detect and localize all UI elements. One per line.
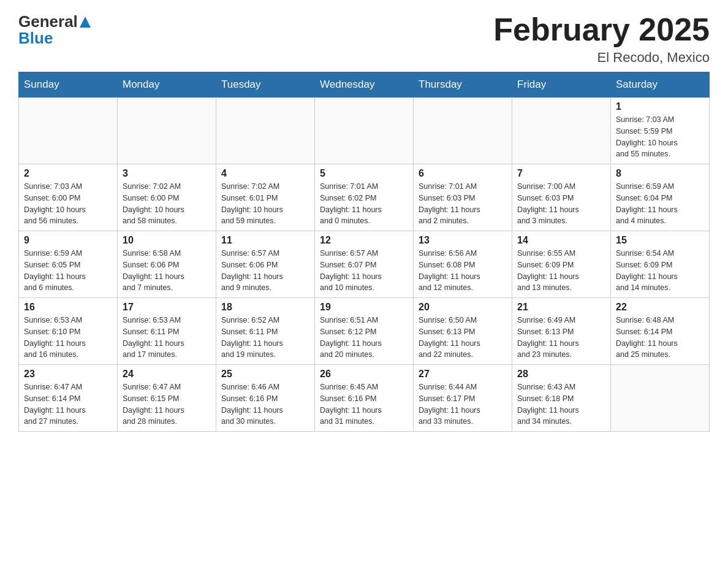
calendar-cell: 21Sunrise: 6:49 AMSunset: 6:13 PMDayligh… [512, 298, 611, 365]
day-number: 25 [221, 369, 309, 380]
day-info: Sunrise: 6:48 AMSunset: 6:14 PMDaylight:… [616, 315, 704, 361]
calendar-week-row: 23Sunrise: 6:47 AMSunset: 6:14 PMDayligh… [19, 365, 710, 432]
logo-blue-text: Blue [18, 29, 53, 48]
calendar-header-row: SundayMondayTuesdayWednesdayThursdayFrid… [19, 72, 710, 98]
calendar-day-header: Monday [118, 72, 216, 98]
day-number: 18 [221, 302, 309, 313]
calendar-day-header: Thursday [414, 72, 512, 98]
calendar-cell: 17Sunrise: 6:53 AMSunset: 6:11 PMDayligh… [118, 298, 216, 365]
calendar-cell [19, 98, 118, 164]
calendar-week-row: 1Sunrise: 7:03 AMSunset: 5:59 PMDaylight… [19, 98, 710, 164]
day-info: Sunrise: 7:03 AMSunset: 6:00 PMDaylight:… [24, 181, 112, 227]
day-info: Sunrise: 6:59 AMSunset: 6:05 PMDaylight:… [24, 248, 112, 294]
calendar-cell [512, 98, 611, 164]
day-info: Sunrise: 6:57 AMSunset: 6:07 PMDaylight:… [320, 248, 408, 294]
day-number: 19 [320, 302, 408, 313]
day-number: 5 [320, 168, 408, 179]
day-info: Sunrise: 6:46 AMSunset: 6:16 PMDaylight:… [221, 381, 309, 427]
calendar-cell: 2Sunrise: 7:03 AMSunset: 6:00 PMDaylight… [19, 164, 118, 231]
calendar-cell [611, 365, 710, 432]
day-number: 11 [221, 235, 309, 246]
day-number: 12 [320, 235, 408, 246]
calendar-cell: 19Sunrise: 6:51 AMSunset: 6:12 PMDayligh… [315, 298, 414, 365]
calendar-cell: 22Sunrise: 6:48 AMSunset: 6:14 PMDayligh… [611, 298, 710, 365]
calendar-cell: 7Sunrise: 7:00 AMSunset: 6:03 PMDaylight… [512, 164, 611, 231]
calendar-cell: 8Sunrise: 6:59 AMSunset: 6:04 PMDaylight… [611, 164, 710, 231]
page-header: General Blue February 2025 El Recodo, Me… [18, 12, 710, 66]
day-number: 23 [24, 369, 112, 380]
calendar-cell [216, 98, 315, 164]
day-info: Sunrise: 6:54 AMSunset: 6:09 PMDaylight:… [616, 248, 704, 294]
day-number: 14 [517, 235, 605, 246]
calendar-cell: 18Sunrise: 6:52 AMSunset: 6:11 PMDayligh… [216, 298, 315, 365]
day-info: Sunrise: 7:00 AMSunset: 6:03 PMDaylight:… [517, 181, 605, 227]
location: El Recodo, Mexico [493, 50, 710, 66]
day-number: 21 [517, 302, 605, 313]
calendar-day-header: Wednesday [315, 72, 414, 98]
day-number: 7 [517, 168, 605, 179]
day-number: 9 [24, 235, 112, 246]
day-number: 17 [123, 302, 211, 313]
day-number: 15 [616, 235, 704, 246]
month-title: February 2025 [493, 12, 710, 47]
day-info: Sunrise: 6:43 AMSunset: 6:18 PMDaylight:… [517, 381, 605, 427]
day-info: Sunrise: 6:58 AMSunset: 6:06 PMDaylight:… [123, 248, 211, 294]
calendar-cell: 3Sunrise: 7:02 AMSunset: 6:00 PMDaylight… [118, 164, 216, 231]
day-info: Sunrise: 6:59 AMSunset: 6:04 PMDaylight:… [616, 181, 704, 227]
calendar-cell: 27Sunrise: 6:44 AMSunset: 6:17 PMDayligh… [414, 365, 512, 432]
calendar-cell: 25Sunrise: 6:46 AMSunset: 6:16 PMDayligh… [216, 365, 315, 432]
day-info: Sunrise: 7:02 AMSunset: 6:00 PMDaylight:… [123, 181, 211, 227]
day-info: Sunrise: 6:52 AMSunset: 6:11 PMDaylight:… [221, 315, 309, 361]
calendar-cell: 9Sunrise: 6:59 AMSunset: 6:05 PMDaylight… [19, 231, 118, 298]
calendar-cell: 11Sunrise: 6:57 AMSunset: 6:06 PMDayligh… [216, 231, 315, 298]
calendar-cell [414, 98, 512, 164]
calendar-cell: 10Sunrise: 6:58 AMSunset: 6:06 PMDayligh… [118, 231, 216, 298]
day-number: 3 [123, 168, 211, 179]
calendar-week-row: 9Sunrise: 6:59 AMSunset: 6:05 PMDaylight… [19, 231, 710, 298]
calendar-week-row: 2Sunrise: 7:03 AMSunset: 6:00 PMDaylight… [19, 164, 710, 231]
day-number: 22 [616, 302, 704, 313]
title-section: February 2025 El Recodo, Mexico [493, 12, 710, 66]
calendar-day-header: Sunday [19, 72, 118, 98]
calendar-cell: 14Sunrise: 6:55 AMSunset: 6:09 PMDayligh… [512, 231, 611, 298]
calendar-day-header: Friday [512, 72, 611, 98]
day-info: Sunrise: 6:51 AMSunset: 6:12 PMDaylight:… [320, 315, 408, 361]
day-info: Sunrise: 6:53 AMSunset: 6:11 PMDaylight:… [123, 315, 211, 361]
day-number: 27 [419, 369, 507, 380]
day-info: Sunrise: 6:45 AMSunset: 6:16 PMDaylight:… [320, 381, 408, 427]
day-number: 1 [616, 101, 704, 112]
day-number: 8 [616, 168, 704, 179]
day-info: Sunrise: 6:53 AMSunset: 6:10 PMDaylight:… [24, 315, 112, 361]
day-info: Sunrise: 7:01 AMSunset: 6:02 PMDaylight:… [320, 181, 408, 227]
calendar-day-header: Tuesday [216, 72, 315, 98]
day-info: Sunrise: 7:01 AMSunset: 6:03 PMDaylight:… [419, 181, 507, 227]
day-number: 2 [24, 168, 112, 179]
day-info: Sunrise: 6:55 AMSunset: 6:09 PMDaylight:… [517, 248, 605, 294]
day-info: Sunrise: 6:44 AMSunset: 6:17 PMDaylight:… [419, 381, 507, 427]
calendar-cell: 16Sunrise: 6:53 AMSunset: 6:10 PMDayligh… [19, 298, 118, 365]
calendar-cell: 15Sunrise: 6:54 AMSunset: 6:09 PMDayligh… [611, 231, 710, 298]
day-number: 4 [221, 168, 309, 179]
day-number: 13 [419, 235, 507, 246]
calendar-cell [315, 98, 414, 164]
day-info: Sunrise: 7:02 AMSunset: 6:01 PMDaylight:… [221, 181, 309, 227]
day-info: Sunrise: 6:57 AMSunset: 6:06 PMDaylight:… [221, 248, 309, 294]
calendar-cell: 28Sunrise: 6:43 AMSunset: 6:18 PMDayligh… [512, 365, 611, 432]
calendar-table: SundayMondayTuesdayWednesdayThursdayFrid… [18, 72, 710, 432]
day-number: 16 [24, 302, 112, 313]
day-info: Sunrise: 6:47 AMSunset: 6:15 PMDaylight:… [123, 381, 211, 427]
day-number: 24 [123, 369, 211, 380]
calendar-week-row: 16Sunrise: 6:53 AMSunset: 6:10 PMDayligh… [19, 298, 710, 365]
day-info: Sunrise: 6:50 AMSunset: 6:13 PMDaylight:… [419, 315, 507, 361]
calendar-cell: 12Sunrise: 6:57 AMSunset: 6:07 PMDayligh… [315, 231, 414, 298]
day-info: Sunrise: 6:56 AMSunset: 6:08 PMDaylight:… [419, 248, 507, 294]
day-info: Sunrise: 7:03 AMSunset: 5:59 PMDaylight:… [616, 114, 704, 160]
calendar-cell: 26Sunrise: 6:45 AMSunset: 6:16 PMDayligh… [315, 365, 414, 432]
calendar-day-header: Saturday [611, 72, 710, 98]
day-number: 28 [517, 369, 605, 380]
calendar-cell: 13Sunrise: 6:56 AMSunset: 6:08 PMDayligh… [414, 231, 512, 298]
calendar-cell [118, 98, 216, 164]
logo-icon [80, 17, 91, 28]
calendar-cell: 5Sunrise: 7:01 AMSunset: 6:02 PMDaylight… [315, 164, 414, 231]
day-number: 20 [419, 302, 507, 313]
